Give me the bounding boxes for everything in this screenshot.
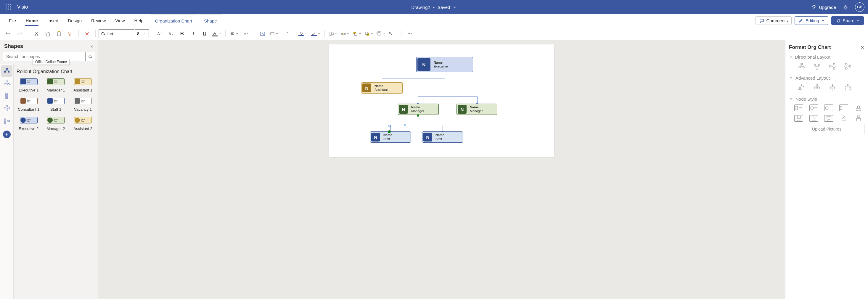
connector-button[interactable] xyxy=(280,28,291,39)
collapse-shapes-button[interactable] xyxy=(90,44,94,49)
text-box-button[interactable]: A xyxy=(257,28,268,39)
shape-insert-button[interactable] xyxy=(269,28,280,39)
share-button[interactable]: Share xyxy=(831,16,864,25)
upload-pictures-button[interactable]: Upload Pictures xyxy=(789,124,864,134)
bold-button[interactable]: B xyxy=(177,28,187,39)
cut-button[interactable] xyxy=(31,28,42,39)
tab-design[interactable]: Design xyxy=(63,14,87,27)
shape-gallery-item[interactable]: NameRole Executive 2 xyxy=(16,117,41,131)
node-style-opt[interactable] xyxy=(809,104,818,111)
tab-home[interactable]: Home xyxy=(21,14,43,27)
stencil-item[interactable] xyxy=(1,115,12,126)
org-node-asst[interactable]: N NameAssistant xyxy=(361,82,403,94)
adv-layout-2[interactable] xyxy=(813,84,821,91)
org-node-stf1[interactable]: N NameStaff xyxy=(370,131,411,143)
connector[interactable] xyxy=(382,78,445,79)
copy-button[interactable] xyxy=(42,28,53,39)
org-node-mgr2[interactable]: N NameManager xyxy=(457,103,497,115)
selection-handle[interactable] xyxy=(389,125,391,127)
shape-gallery-item[interactable]: NameRole Vacancy 1 xyxy=(70,98,96,112)
shape-gallery-item[interactable]: NameRole Executive 1 xyxy=(16,79,41,92)
font-size-select[interactable]: 8 xyxy=(135,29,149,38)
shape-gallery-item[interactable]: NameRole Assistant 1 xyxy=(70,79,96,92)
underline-button[interactable]: U xyxy=(199,28,210,39)
comments-button[interactable]: Comments xyxy=(755,16,792,25)
fill-color-button[interactable] xyxy=(297,28,309,39)
selection-handle[interactable] xyxy=(417,114,419,117)
selection-handle[interactable] xyxy=(388,130,391,133)
align-button[interactable] xyxy=(228,28,240,39)
connector[interactable] xyxy=(442,125,443,131)
undo-button[interactable] xyxy=(3,28,13,39)
shape-gallery-item[interactable]: NameRole Assistant 2 xyxy=(70,117,96,131)
document-title[interactable]: Drawing2 - Saved xyxy=(411,5,457,10)
group-button[interactable] xyxy=(375,28,386,39)
editing-mode-button[interactable]: Editing xyxy=(795,16,828,25)
settings-button[interactable] xyxy=(842,4,848,10)
layout-bottom-up[interactable] xyxy=(813,62,821,70)
layout-left-right[interactable] xyxy=(829,62,836,70)
tab-organization-chart[interactable]: Organization Chart xyxy=(150,14,197,27)
layout-top-down[interactable] xyxy=(798,62,806,70)
node-style-opt[interactable] xyxy=(794,104,803,111)
italic-button[interactable]: I xyxy=(188,28,199,39)
font-color-button[interactable]: A xyxy=(211,28,222,39)
connector[interactable] xyxy=(445,72,445,78)
node-style-opt[interactable] xyxy=(854,115,863,122)
section-advanced-layout[interactable]: Advanced Layout xyxy=(789,76,864,81)
connector[interactable] xyxy=(445,78,445,96)
adv-layout-4[interactable] xyxy=(844,84,852,91)
shape-gallery-item[interactable]: NameRole Consultant 1 xyxy=(16,98,41,112)
org-node-stf2[interactable]: N NameStaff xyxy=(422,131,463,143)
tab-view[interactable]: View xyxy=(111,14,129,27)
arrange-align-button[interactable] xyxy=(328,28,339,39)
delete-button[interactable] xyxy=(82,28,92,39)
stencil-item[interactable] xyxy=(1,65,12,77)
stencil-item[interactable] xyxy=(1,78,12,89)
selection-handle[interactable] xyxy=(404,124,406,126)
tab-review[interactable]: Review xyxy=(87,14,111,27)
page[interactable]: N NameExecutive N NameAssistant N NameMa… xyxy=(329,44,554,157)
bring-front-button[interactable] xyxy=(351,28,363,39)
line-color-button[interactable] xyxy=(310,28,321,39)
org-node-exec[interactable]: N NameExecutive xyxy=(416,57,473,72)
section-node-style[interactable]: Node Style xyxy=(789,96,864,101)
adv-layout-3[interactable] xyxy=(829,84,836,91)
layout-right-left[interactable] xyxy=(844,62,852,70)
org-node-mgr1[interactable]: N NameManager xyxy=(398,103,439,115)
node-style-opt[interactable] xyxy=(809,115,818,122)
section-directional-layout[interactable]: Directional Layout xyxy=(789,55,864,60)
close-format-panel-button[interactable] xyxy=(860,45,864,50)
tab-shape[interactable]: Shape xyxy=(199,14,222,27)
rotate-button[interactable] xyxy=(387,28,398,39)
stencil-item[interactable] xyxy=(1,90,12,101)
format-painter-button[interactable] xyxy=(65,28,75,39)
text-rotate-button[interactable]: A xyxy=(240,28,251,39)
font-family-select[interactable]: Calibri xyxy=(99,29,134,38)
node-style-opt[interactable] xyxy=(794,115,803,122)
stencil-item[interactable] xyxy=(1,103,12,114)
send-back-button[interactable] xyxy=(363,28,374,39)
add-stencil-button[interactable]: + xyxy=(3,130,11,138)
node-style-opt[interactable] xyxy=(839,104,848,111)
tab-insert[interactable]: Insert xyxy=(43,14,63,27)
paste-button[interactable] xyxy=(54,28,64,39)
shape-gallery-item[interactable]: NameRole Manager 1 xyxy=(43,79,69,92)
more-commands-button[interactable] xyxy=(404,28,415,39)
increase-font-button[interactable]: A▴ xyxy=(154,28,165,39)
connector[interactable] xyxy=(391,125,391,131)
node-style-opt[interactable] xyxy=(824,115,833,122)
node-style-opt[interactable] xyxy=(854,104,863,111)
arrange-position-button[interactable] xyxy=(340,28,351,39)
redo-button[interactable] xyxy=(14,28,25,39)
shapes-search-button[interactable] xyxy=(86,52,95,61)
node-style-opt[interactable] xyxy=(824,104,833,111)
adv-layout-1[interactable] xyxy=(798,84,806,91)
connector[interactable] xyxy=(418,96,477,97)
app-launcher-button[interactable] xyxy=(4,2,13,12)
tab-file[interactable]: File xyxy=(4,14,21,27)
connector[interactable] xyxy=(477,96,477,103)
canvas[interactable]: N NameExecutive N NameAssistant N NameMa… xyxy=(98,40,785,299)
user-avatar[interactable]: GB xyxy=(855,2,864,12)
tab-help[interactable]: Help xyxy=(130,14,148,27)
